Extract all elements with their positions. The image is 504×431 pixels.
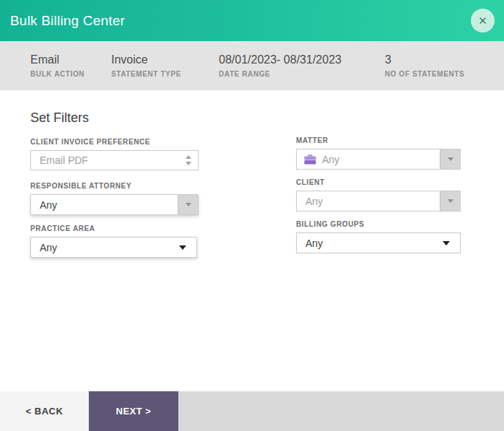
matter-value: Any (322, 154, 440, 165)
spinner-down-icon[interactable] (186, 162, 191, 165)
billing-groups-value: Any (297, 238, 443, 249)
matter-label: MATTER (296, 136, 461, 144)
footer-bar: < BACK NEXT > (0, 391, 504, 431)
client-dropdown[interactable]: Any (296, 191, 461, 212)
briefcase-icon (304, 154, 316, 165)
page-title: Set Filters (30, 110, 89, 126)
summary-bar: Email BULK ACTION Invoice STATEMENT TYPE… (0, 41, 504, 90)
date-range-value: 08/01/2023- 08/31/2023 (219, 53, 342, 67)
responsible-attorney-dropdown-button[interactable] (178, 195, 198, 214)
field-billing-groups: BILLING GROUPS Any (296, 220, 461, 253)
chevron-down-icon (448, 157, 453, 161)
client-dropdown-button[interactable] (440, 191, 460, 211)
statement-type-label: STATEMENT TYPE (111, 70, 181, 78)
summary-bulk-action: Email BULK ACTION (30, 53, 84, 78)
field-client-invoice-preference: CLIENT INVOICE PREFERENCE (30, 138, 199, 170)
responsible-attorney-dropdown[interactable]: Any (30, 194, 199, 215)
bulk-billing-center-dialog: Bulk Billing Center ✕ Email BULK ACTION … (0, 0, 504, 431)
client-invoice-preference-input[interactable] (30, 150, 199, 170)
chevron-down-icon (186, 203, 191, 206)
dialog-header: Bulk Billing Center ✕ (0, 0, 504, 41)
field-matter: MATTER Any (296, 136, 461, 170)
no-of-statements-value: 3 (385, 53, 464, 67)
practice-area-dropdown[interactable]: Any (30, 237, 197, 258)
chevron-down-icon (443, 241, 450, 245)
responsible-attorney-label: RESPONSIBLE ATTORNEY (30, 182, 199, 190)
bulk-action-label: BULK ACTION (30, 70, 84, 78)
matter-dropdown[interactable]: Any (296, 149, 461, 170)
date-range-label: DATE RANGE (219, 70, 342, 78)
summary-date-range: 08/01/2023- 08/31/2023 DATE RANGE (219, 53, 342, 78)
practice-area-value: Any (31, 242, 179, 253)
bulk-action-value: Email (30, 53, 84, 67)
billing-groups-dropdown[interactable]: Any (296, 232, 461, 253)
summary-no-of-statements: 3 NO OF STATEMENTS (385, 53, 464, 78)
matter-dropdown-button[interactable] (440, 149, 460, 169)
field-client: CLIENT Any (296, 178, 461, 212)
client-label: CLIENT (296, 178, 461, 186)
close-button[interactable]: ✕ (471, 9, 495, 32)
spinner-up-icon[interactable] (186, 155, 191, 159)
summary-statement-type: Invoice STATEMENT TYPE (111, 53, 181, 78)
next-button[interactable]: NEXT > (89, 391, 178, 431)
close-icon: ✕ (478, 15, 487, 26)
chevron-down-icon (448, 199, 453, 203)
statement-type-value: Invoice (111, 53, 181, 67)
client-invoice-preference-value[interactable] (31, 154, 179, 166)
no-of-statements-label: NO OF STATEMENTS (385, 70, 464, 78)
field-practice-area: PRACTICE AREA Any (30, 225, 197, 258)
chevron-down-icon (179, 245, 186, 250)
responsible-attorney-value: Any (31, 199, 178, 211)
spinner-control[interactable] (179, 151, 198, 170)
billing-groups-label: BILLING GROUPS (296, 220, 461, 228)
dialog-title: Bulk Billing Center (10, 13, 125, 29)
practice-area-label: PRACTICE AREA (30, 225, 197, 232)
client-invoice-preference-label: CLIENT INVOICE PREFERENCE (30, 138, 199, 146)
field-responsible-attorney: RESPONSIBLE ATTORNEY Any (30, 182, 199, 215)
client-value: Any (297, 196, 440, 207)
back-button[interactable]: < BACK (0, 391, 89, 431)
